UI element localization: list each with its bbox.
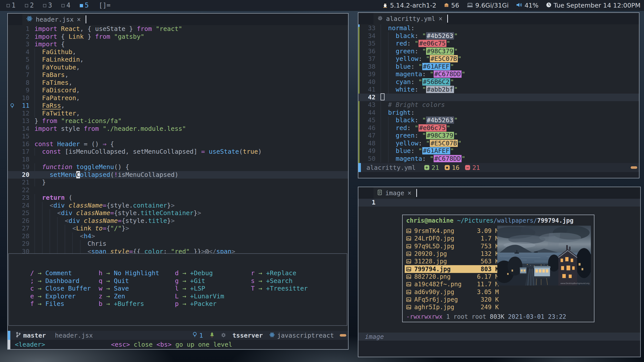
code-line[interactable]: 21} xyxy=(8,179,348,186)
command-line[interactable]: <leader> <esc> close <bs> go up one leve… xyxy=(8,340,348,349)
tab-header-jsx[interactable]: header.jsx × xyxy=(22,14,85,25)
code-line[interactable]: 4FaGithub, xyxy=(8,48,348,56)
code-line[interactable]: 6FaYoutube, xyxy=(8,64,348,71)
code-area[interactable]: 33normal:34black: "#4b5263"35red: "#e06c… xyxy=(358,24,639,163)
code-line[interactable]: 13} from "react-icons/fa" xyxy=(8,117,348,125)
code-line[interactable]: 3import { xyxy=(8,41,348,48)
code-line[interactable]: 19function toggleMenu() { xyxy=(8,163,348,171)
code-line[interactable]: 45black: "#4b5263" xyxy=(358,116,639,124)
file-row[interactable]: 31228.jpg563 K xyxy=(405,258,501,265)
file-row[interactable]: aghr5Ip.jpg249 K xyxy=(405,303,501,311)
code-line[interactable]: 23return ( xyxy=(8,194,348,202)
workspace-4[interactable]: 4 xyxy=(61,0,70,10)
code-area[interactable]: 1import React, { useState } from "react"… xyxy=(8,25,348,255)
workspace-2[interactable]: 2 xyxy=(25,0,34,10)
file-row[interactable]: 9rsmTK4.png3.09 M xyxy=(405,227,501,235)
code-line[interactable]: 44bright: xyxy=(358,109,639,117)
added-count: 21 xyxy=(432,164,439,171)
code-line[interactable]: 27<Link to={"/"}> xyxy=(8,225,348,232)
code-line[interactable]: 46red: "#e06c75" xyxy=(358,124,639,132)
code-line[interactable]: 35red: "#e06c75" xyxy=(358,40,639,48)
code-line[interactable]: 28<h4> xyxy=(8,232,348,240)
kernel-status: 5.14.2-arch1-2 xyxy=(383,2,436,9)
close-icon[interactable]: × xyxy=(407,190,411,196)
which-key-item[interactable]: L → +LunarVim xyxy=(175,293,224,300)
code-line[interactable]: 50magenta: "#C678DD" xyxy=(358,155,639,163)
which-key-item[interactable]: s → +Search xyxy=(251,277,308,285)
tab-image[interactable]: image × xyxy=(373,187,415,199)
code-line[interactable]: 29Chris xyxy=(8,240,348,248)
workspace-1[interactable]: 1 xyxy=(7,0,16,10)
code-line[interactable]: 8FaTimes, xyxy=(8,79,348,87)
code-line[interactable]: 33normal: xyxy=(358,24,639,32)
close-icon[interactable]: × xyxy=(439,15,443,22)
code-line[interactable]: 14import style from "./header.module.les… xyxy=(8,125,348,133)
code-line[interactable]: 24<div className={style.container}> xyxy=(8,202,348,210)
code-line[interactable]: 16const Header = () ⇒ { xyxy=(8,140,348,148)
code-line[interactable]: 11FaRss, xyxy=(8,102,348,110)
close-icon[interactable]: × xyxy=(77,16,81,23)
file-row[interactable]: 20920.jpg132 K xyxy=(405,250,501,258)
workspace-5[interactable]: 5 xyxy=(80,0,89,10)
code-line[interactable]: 15 xyxy=(8,133,348,140)
code-line[interactable]: 43# Bright colors xyxy=(358,101,639,109)
line-number: 14 xyxy=(16,125,29,133)
code-line[interactable]: 42 xyxy=(358,94,639,101)
which-key-item[interactable]: z → Zen xyxy=(99,293,159,300)
code-line[interactable]: 22 xyxy=(8,186,348,194)
file-row[interactable]: ad6v90y.jpg3.05 M xyxy=(405,288,501,296)
which-key-item[interactable]: h → No Highlight xyxy=(99,269,159,277)
file-row[interactable]: a19c482f~.png11.7 M xyxy=(405,280,501,288)
file-size: 1.7 M xyxy=(474,235,499,242)
workspace-3[interactable]: 3 xyxy=(43,0,52,10)
code-line[interactable]: 39magenta: "#C678DD" xyxy=(358,70,639,78)
code-line[interactable]: 25<div className={style.titleContainer}> xyxy=(8,209,348,217)
packages-status: 56 xyxy=(444,2,459,9)
code-line[interactable]: 41white: "#abb2bf" xyxy=(358,86,639,94)
code-line[interactable]: 18 xyxy=(8,156,348,164)
code-line[interactable]: 7FaBars, xyxy=(8,71,348,79)
code-line[interactable]: 2import { Link } from "gatsby" xyxy=(8,33,348,41)
file-list[interactable]: 9rsmTK4.png3.09 M24LrDFQ.jpg1.7 M97q9L5D… xyxy=(405,227,501,311)
code-line[interactable]: 12FaTwitter, xyxy=(8,110,348,117)
code-line[interactable]: 5FaLinkedin, xyxy=(8,56,348,64)
which-key-item[interactable]: d → +Debug xyxy=(175,269,224,277)
file-row[interactable]: 882720.png6.17 M xyxy=(405,273,501,280)
tab-alacritty-yml[interactable]: alacritty.yml × xyxy=(373,13,446,24)
code-line[interactable]: 9FaDiscord, xyxy=(8,87,348,94)
line-number: 44 xyxy=(360,109,375,117)
which-key-item[interactable]: e → Explorer xyxy=(30,293,91,300)
which-key-item[interactable]: ; → Dashboard xyxy=(30,277,91,285)
which-key-item[interactable]: / → Comment xyxy=(30,269,91,277)
code-line[interactable]: 49blue: "#61AFEF" xyxy=(358,147,639,155)
code-line[interactable]: 34black: "#4b5263" xyxy=(358,32,639,40)
file-row[interactable]: 97q9L5D.jpg753 K xyxy=(405,243,501,250)
file-row[interactable]: AFq5r6j.jpeg320 K xyxy=(405,296,501,303)
code-line[interactable]: 20setMenuCollapsed(!isMenuCollapsed) xyxy=(8,171,348,179)
which-key-item[interactable]: g → +Git xyxy=(175,277,224,285)
code-line[interactable]: 1import React, { useState } from "react" xyxy=(8,25,348,33)
code-line[interactable]: 47green: "#98C379" xyxy=(358,132,639,140)
which-key-item[interactable]: q → Quit xyxy=(99,277,159,285)
code-line[interactable]: 48yellow: "#E5C07B" xyxy=(358,140,639,147)
code-line[interactable]: 10FaPatreon, xyxy=(8,94,348,102)
which-key-item[interactable]: r → +Replace xyxy=(251,269,308,277)
which-key-item[interactable]: c → Close Buffer xyxy=(30,285,91,293)
code-line[interactable]: 38blue: "#61AFEF" xyxy=(358,63,639,71)
line-number: 12 xyxy=(16,110,29,117)
code-line[interactable]: 40cyan: "#56B6C2" xyxy=(358,78,639,86)
code-line[interactable]: 37yellow: "#E5C07B" xyxy=(358,55,639,63)
which-key-item[interactable]: p → +Packer xyxy=(175,300,224,308)
file-name: 882720.png xyxy=(414,273,474,280)
which-key-item[interactable]: l → +LSP xyxy=(175,285,224,293)
which-key-item[interactable]: b → +Buffers xyxy=(99,300,159,308)
code-line[interactable]: 17const [isMenuCollapsed, setMenuCollaps… xyxy=(8,148,348,156)
file-size: 563 K xyxy=(474,258,499,265)
which-key-item[interactable]: f → Files xyxy=(30,300,91,308)
which-key-item[interactable]: T → +Treesitter xyxy=(251,285,308,293)
code-line[interactable]: 26<div className={style.title}> xyxy=(8,217,348,225)
code-line[interactable]: 36green: "#98C379" xyxy=(358,48,639,55)
which-key-item[interactable]: w → Save xyxy=(99,285,159,293)
file-row[interactable]: 24LrDFQ.jpg1.7 M xyxy=(405,235,501,242)
file-row[interactable]: 799794.jpg803 K xyxy=(405,265,501,273)
